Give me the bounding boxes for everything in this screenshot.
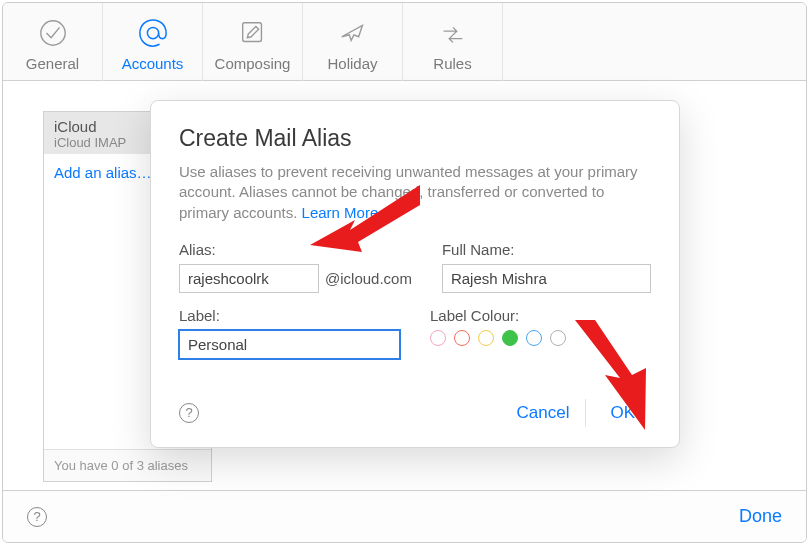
cancel-button[interactable]: Cancel xyxy=(501,399,586,427)
label-colour-option[interactable] xyxy=(478,330,494,346)
label-field-label: Label: xyxy=(179,307,400,324)
create-mail-alias-dialog: Create Mail Alias Use aliases to prevent… xyxy=(150,100,680,448)
checkmark-circle-icon xyxy=(38,15,68,51)
ok-button[interactable]: OK xyxy=(585,399,651,427)
dialog-help-icon[interactable]: ? xyxy=(179,403,199,423)
learn-more-link[interactable]: Learn More. xyxy=(302,204,383,221)
label-colour-label: Label Colour: xyxy=(430,307,651,324)
tab-rules[interactable]: Rules xyxy=(403,3,503,81)
alias-label: Alias: xyxy=(179,241,412,258)
fullname-input[interactable] xyxy=(442,264,651,293)
fullname-label: Full Name: xyxy=(442,241,651,258)
svg-rect-2 xyxy=(242,22,261,41)
help-icon[interactable]: ? xyxy=(27,507,47,527)
at-sign-icon xyxy=(138,15,168,51)
tab-label: Holiday xyxy=(327,55,377,72)
label-colour-option[interactable] xyxy=(526,330,542,346)
compose-icon xyxy=(238,15,268,51)
tab-holiday[interactable]: Holiday xyxy=(303,3,403,81)
alias-quota-footer: You have 0 of 3 aliases xyxy=(44,449,211,481)
tab-general[interactable]: General xyxy=(3,3,103,81)
svg-point-1 xyxy=(147,27,158,38)
alias-domain-text: @icloud.com xyxy=(325,270,412,287)
done-button[interactable]: Done xyxy=(739,506,782,527)
airplane-icon xyxy=(338,15,368,51)
label-input[interactable] xyxy=(179,330,400,359)
dialog-description-text: Use aliases to prevent receiving unwante… xyxy=(179,163,638,221)
dialog-title: Create Mail Alias xyxy=(179,125,651,152)
tab-label: General xyxy=(26,55,79,72)
alias-input[interactable] xyxy=(179,264,319,293)
label-colour-picker xyxy=(430,330,651,346)
rules-arrows-icon xyxy=(438,15,468,51)
preferences-toolbar: General Accounts Composing Holiday Rules xyxy=(3,3,806,81)
tab-label: Composing xyxy=(215,55,291,72)
tab-composing[interactable]: Composing xyxy=(203,3,303,81)
label-colour-option[interactable] xyxy=(454,330,470,346)
label-colour-option[interactable] xyxy=(550,330,566,346)
dialog-description: Use aliases to prevent receiving unwante… xyxy=(179,162,651,223)
tab-label: Accounts xyxy=(122,55,184,72)
tab-accounts[interactable]: Accounts xyxy=(103,3,203,81)
bottom-bar: ? Done xyxy=(3,490,806,542)
label-colour-option[interactable] xyxy=(430,330,446,346)
tab-label: Rules xyxy=(433,55,471,72)
svg-point-0 xyxy=(40,20,64,44)
label-colour-option[interactable] xyxy=(502,330,518,346)
